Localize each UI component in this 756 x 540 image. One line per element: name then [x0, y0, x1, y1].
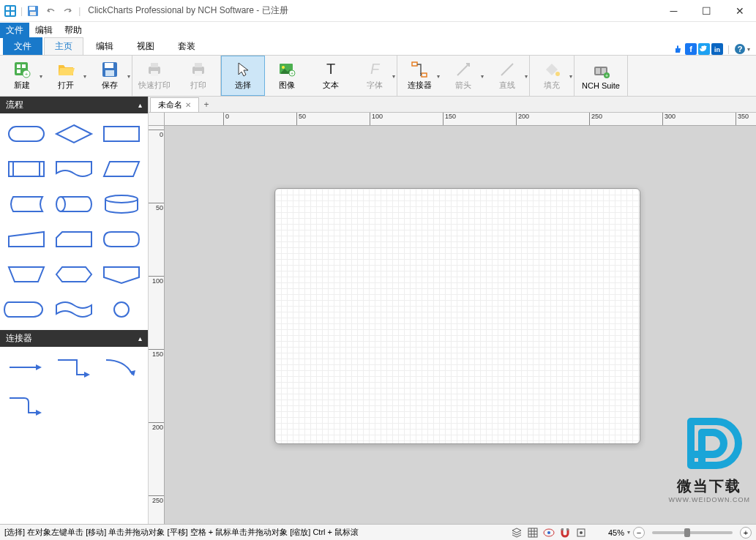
- connector-straight[interactable]: [6, 353, 45, 382]
- svg-rect-37: [422, 73, 427, 77]
- svg-line-39: [501, 64, 513, 75]
- quickprint-button[interactable]: 快速打印: [132, 56, 176, 96]
- facebook-icon[interactable]: f: [685, 43, 697, 55]
- svg-text:+: +: [291, 71, 293, 76]
- menu-edit[interactable]: 编辑: [29, 23, 59, 38]
- close-tab-icon[interactable]: ✕: [185, 101, 191, 109]
- maximize-button[interactable]: ☐: [690, 0, 723, 22]
- undo-icon[interactable]: [43, 4, 58, 18]
- quickprint-icon: [146, 61, 163, 78]
- font-button[interactable]: F 字体 ▾: [353, 56, 397, 96]
- shape-data[interactable]: [100, 154, 142, 184]
- svg-text:f: f: [689, 45, 692, 53]
- ruler-corner: [149, 113, 165, 126]
- minimize-button[interactable]: ─: [657, 0, 690, 22]
- shape-delay[interactable]: [6, 295, 48, 324]
- document-tab[interactable]: 未命名 ✕: [150, 97, 199, 112]
- shape-preparation[interactable]: [53, 260, 95, 289]
- text-button[interactable]: T 文本: [309, 56, 353, 96]
- shape-database[interactable]: [100, 190, 142, 219]
- redo-icon[interactable]: [61, 4, 75, 18]
- statusbar: [选择] 在对象左键单击 [移动] 单击并拖动对象 [平移] 空格 + 鼠标单击…: [0, 524, 756, 540]
- shape-display[interactable]: [100, 225, 142, 254]
- connector-elbow[interactable]: [54, 353, 94, 382]
- save-button[interactable]: 保存 ▾: [88, 56, 132, 96]
- connector-curved[interactable]: [102, 353, 142, 382]
- shape-predefined[interactable]: [6, 154, 48, 184]
- grid-icon[interactable]: [526, 526, 539, 539]
- fill-button[interactable]: 填充 ▾: [530, 56, 574, 96]
- connectors-grid: [0, 347, 148, 426]
- shape-process[interactable]: [100, 119, 142, 149]
- svg-text:in: in: [714, 46, 720, 53]
- image-label: 图像: [279, 80, 295, 91]
- magnet-icon[interactable]: [558, 526, 572, 539]
- canvas-area: 未命名 ✕ + -50050100150200250300350 0501001…: [149, 97, 756, 524]
- shape-direct-data[interactable]: [53, 190, 95, 219]
- nch-suite-button[interactable]: + NCH Suite: [575, 56, 627, 96]
- svg-text:+: +: [25, 71, 29, 78]
- shape-card[interactable]: [53, 225, 95, 254]
- snap-icon[interactable]: [575, 526, 588, 539]
- shape-stored-data[interactable]: [6, 190, 48, 219]
- social-icons: f in | ? ▾: [672, 43, 756, 55]
- svg-rect-7: [30, 12, 36, 15]
- tab-home[interactable]: 主页: [44, 37, 83, 55]
- watermark-text: 微当下载: [669, 476, 750, 496]
- svg-rect-6: [29, 7, 35, 10]
- image-button[interactable]: + 图像: [265, 56, 309, 96]
- svg-point-40: [555, 72, 560, 76]
- eye-icon[interactable]: [542, 526, 555, 539]
- zoom-thumb[interactable]: [684, 528, 690, 537]
- tab-file[interactable]: 文件: [3, 37, 42, 55]
- zoom-out-button[interactable]: −: [633, 527, 645, 539]
- svg-point-52: [105, 195, 138, 203]
- print-label: 打印: [190, 80, 206, 91]
- svg-rect-25: [151, 63, 158, 67]
- panel-header-flow[interactable]: 流程 ▴: [0, 97, 148, 113]
- help-icon[interactable]: ?: [734, 43, 746, 55]
- new-button[interactable]: + 新建 ▾: [0, 56, 44, 96]
- document-tabs: 未命名 ✕ +: [149, 97, 756, 113]
- ruler-vertical: 050100150200250: [149, 126, 165, 524]
- line-button[interactable]: 直线 ▾: [485, 56, 529, 96]
- panel-header-connectors[interactable]: 连接器 ▴: [0, 330, 148, 347]
- menubar: 文件 编辑 帮助: [0, 22, 756, 38]
- shape-terminator[interactable]: [6, 119, 48, 149]
- twitter-icon[interactable]: [698, 43, 710, 55]
- linkedin-icon[interactable]: in: [711, 43, 723, 55]
- close-button[interactable]: ✕: [723, 0, 756, 22]
- shape-tape[interactable]: [53, 295, 95, 324]
- menu-file[interactable]: 文件: [0, 23, 29, 38]
- shapes-panel: 流程 ▴ 连接器 ▴: [0, 97, 149, 524]
- shape-document[interactable]: [53, 154, 95, 184]
- svg-point-65: [580, 531, 583, 534]
- tab-view[interactable]: 视图: [126, 37, 165, 55]
- image-icon: +: [278, 61, 296, 78]
- menu-help[interactable]: 帮助: [59, 23, 88, 38]
- shape-decision[interactable]: [53, 119, 95, 149]
- connector-rounded[interactable]: [6, 391, 45, 420]
- like-icon[interactable]: [672, 43, 684, 55]
- open-button[interactable]: 打开 ▾: [44, 56, 88, 96]
- print-button[interactable]: 打印: [176, 56, 220, 96]
- zoom-slider[interactable]: [652, 531, 733, 534]
- add-tab-button[interactable]: +: [199, 100, 214, 110]
- svg-rect-55: [528, 528, 537, 537]
- select-button[interactable]: 选择: [221, 56, 265, 96]
- zoom-in-button[interactable]: +: [740, 527, 752, 539]
- save-icon[interactable]: [26, 4, 40, 18]
- shape-manual-op[interactable]: [6, 260, 48, 289]
- arrow-button[interactable]: 箭头 ▾: [441, 56, 485, 96]
- svg-point-31: [282, 66, 285, 69]
- shape-manual-input[interactable]: [6, 225, 48, 254]
- tab-edit[interactable]: 编辑: [85, 37, 124, 55]
- layers-icon[interactable]: [510, 526, 523, 539]
- connector-button[interactable]: 连接器 ▾: [397, 56, 441, 96]
- tab-templates[interactable]: 套装: [167, 37, 206, 55]
- shape-connector-circle[interactable]: [100, 295, 142, 324]
- canvas-viewport[interactable]: [165, 126, 756, 524]
- canvas-page[interactable]: [274, 188, 640, 444]
- arrow-label: 箭头: [455, 80, 471, 91]
- shape-offpage[interactable]: [100, 260, 142, 289]
